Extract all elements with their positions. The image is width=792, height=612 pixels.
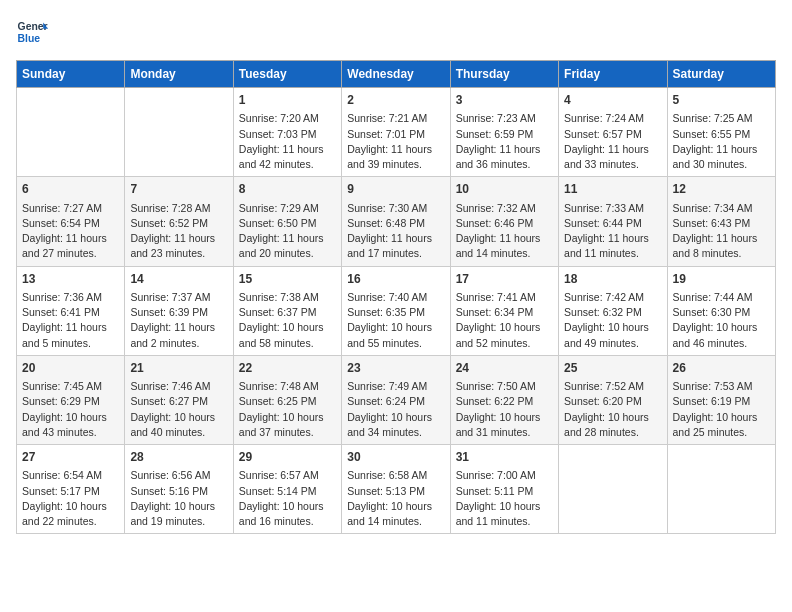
calendar-cell: 26Sunrise: 7:53 AMSunset: 6:19 PMDayligh… xyxy=(667,355,775,444)
day-info: Sunrise: 7:38 AM xyxy=(239,290,336,305)
calendar-week-row: 20Sunrise: 7:45 AMSunset: 6:29 PMDayligh… xyxy=(17,355,776,444)
calendar-cell: 31Sunrise: 7:00 AMSunset: 5:11 PMDayligh… xyxy=(450,445,558,534)
day-number: 13 xyxy=(22,271,119,288)
day-number: 3 xyxy=(456,92,553,109)
day-info: Sunset: 6:25 PM xyxy=(239,394,336,409)
day-info: Sunrise: 6:57 AM xyxy=(239,468,336,483)
column-header-wednesday: Wednesday xyxy=(342,61,450,88)
day-info: Daylight: 10 hours and 43 minutes. xyxy=(22,410,119,440)
day-info: Daylight: 11 hours and 5 minutes. xyxy=(22,320,119,350)
calendar-cell: 1Sunrise: 7:20 AMSunset: 7:03 PMDaylight… xyxy=(233,88,341,177)
day-info: Sunrise: 7:46 AM xyxy=(130,379,227,394)
day-info: Sunrise: 7:45 AM xyxy=(22,379,119,394)
day-info: Sunrise: 6:56 AM xyxy=(130,468,227,483)
day-info: Daylight: 10 hours and 40 minutes. xyxy=(130,410,227,440)
day-info: Daylight: 11 hours and 20 minutes. xyxy=(239,231,336,261)
day-info: Sunset: 5:11 PM xyxy=(456,484,553,499)
calendar-cell: 3Sunrise: 7:23 AMSunset: 6:59 PMDaylight… xyxy=(450,88,558,177)
day-info: Daylight: 10 hours and 49 minutes. xyxy=(564,320,661,350)
day-info: Sunrise: 7:20 AM xyxy=(239,111,336,126)
day-info: Sunset: 6:19 PM xyxy=(673,394,770,409)
day-number: 14 xyxy=(130,271,227,288)
day-number: 15 xyxy=(239,271,336,288)
calendar-cell: 2Sunrise: 7:21 AMSunset: 7:01 PMDaylight… xyxy=(342,88,450,177)
day-info: Daylight: 11 hours and 42 minutes. xyxy=(239,142,336,172)
day-info: Sunset: 5:17 PM xyxy=(22,484,119,499)
day-info: Daylight: 10 hours and 11 minutes. xyxy=(456,499,553,529)
calendar-cell xyxy=(125,88,233,177)
day-info: Sunset: 6:37 PM xyxy=(239,305,336,320)
calendar-cell: 19Sunrise: 7:44 AMSunset: 6:30 PMDayligh… xyxy=(667,266,775,355)
column-header-thursday: Thursday xyxy=(450,61,558,88)
calendar-cell: 9Sunrise: 7:30 AMSunset: 6:48 PMDaylight… xyxy=(342,177,450,266)
day-info: Sunset: 6:46 PM xyxy=(456,216,553,231)
calendar-cell: 17Sunrise: 7:41 AMSunset: 6:34 PMDayligh… xyxy=(450,266,558,355)
day-info: Daylight: 10 hours and 31 minutes. xyxy=(456,410,553,440)
day-info: Sunset: 6:39 PM xyxy=(130,305,227,320)
day-number: 18 xyxy=(564,271,661,288)
day-info: Daylight: 11 hours and 14 minutes. xyxy=(456,231,553,261)
day-info: Sunset: 5:13 PM xyxy=(347,484,444,499)
calendar-cell: 14Sunrise: 7:37 AMSunset: 6:39 PMDayligh… xyxy=(125,266,233,355)
day-info: Daylight: 11 hours and 39 minutes. xyxy=(347,142,444,172)
day-info: Sunrise: 7:49 AM xyxy=(347,379,444,394)
day-info: Sunrise: 7:33 AM xyxy=(564,201,661,216)
day-info: Sunset: 6:20 PM xyxy=(564,394,661,409)
day-number: 25 xyxy=(564,360,661,377)
day-number: 27 xyxy=(22,449,119,466)
day-info: Daylight: 10 hours and 55 minutes. xyxy=(347,320,444,350)
day-info: Daylight: 11 hours and 11 minutes. xyxy=(564,231,661,261)
day-info: Sunrise: 7:21 AM xyxy=(347,111,444,126)
day-info: Sunrise: 7:32 AM xyxy=(456,201,553,216)
day-number: 5 xyxy=(673,92,770,109)
calendar-table: SundayMondayTuesdayWednesdayThursdayFrid… xyxy=(16,60,776,534)
calendar-cell: 11Sunrise: 7:33 AMSunset: 6:44 PMDayligh… xyxy=(559,177,667,266)
day-info: Sunset: 6:52 PM xyxy=(130,216,227,231)
calendar-cell: 27Sunrise: 6:54 AMSunset: 5:17 PMDayligh… xyxy=(17,445,125,534)
day-info: Sunrise: 7:44 AM xyxy=(673,290,770,305)
day-number: 21 xyxy=(130,360,227,377)
day-info: Sunset: 6:44 PM xyxy=(564,216,661,231)
day-info: Sunset: 6:57 PM xyxy=(564,127,661,142)
day-number: 2 xyxy=(347,92,444,109)
column-header-saturday: Saturday xyxy=(667,61,775,88)
logo: General Blue xyxy=(16,16,48,48)
day-info: Sunrise: 7:27 AM xyxy=(22,201,119,216)
calendar-cell: 20Sunrise: 7:45 AMSunset: 6:29 PMDayligh… xyxy=(17,355,125,444)
day-info: Sunset: 6:54 PM xyxy=(22,216,119,231)
day-number: 10 xyxy=(456,181,553,198)
day-info: Sunrise: 7:36 AM xyxy=(22,290,119,305)
column-header-monday: Monday xyxy=(125,61,233,88)
day-info: Sunrise: 7:30 AM xyxy=(347,201,444,216)
day-info: Sunset: 7:03 PM xyxy=(239,127,336,142)
day-info: Daylight: 10 hours and 52 minutes. xyxy=(456,320,553,350)
day-number: 11 xyxy=(564,181,661,198)
calendar-cell: 24Sunrise: 7:50 AMSunset: 6:22 PMDayligh… xyxy=(450,355,558,444)
day-info: Daylight: 10 hours and 14 minutes. xyxy=(347,499,444,529)
calendar-cell: 6Sunrise: 7:27 AMSunset: 6:54 PMDaylight… xyxy=(17,177,125,266)
day-info: Daylight: 11 hours and 27 minutes. xyxy=(22,231,119,261)
day-info: Sunset: 7:01 PM xyxy=(347,127,444,142)
day-info: Daylight: 10 hours and 46 minutes. xyxy=(673,320,770,350)
svg-text:Blue: Blue xyxy=(18,33,41,44)
day-number: 24 xyxy=(456,360,553,377)
day-number: 12 xyxy=(673,181,770,198)
day-info: Sunrise: 7:50 AM xyxy=(456,379,553,394)
day-info: Sunset: 6:27 PM xyxy=(130,394,227,409)
day-info: Sunrise: 7:48 AM xyxy=(239,379,336,394)
day-info: Sunset: 6:41 PM xyxy=(22,305,119,320)
calendar-cell: 30Sunrise: 6:58 AMSunset: 5:13 PMDayligh… xyxy=(342,445,450,534)
day-info: Sunrise: 6:58 AM xyxy=(347,468,444,483)
day-info: Sunrise: 7:34 AM xyxy=(673,201,770,216)
calendar-week-row: 27Sunrise: 6:54 AMSunset: 5:17 PMDayligh… xyxy=(17,445,776,534)
calendar-week-row: 13Sunrise: 7:36 AMSunset: 6:41 PMDayligh… xyxy=(17,266,776,355)
day-info: Sunset: 6:29 PM xyxy=(22,394,119,409)
calendar-cell: 18Sunrise: 7:42 AMSunset: 6:32 PMDayligh… xyxy=(559,266,667,355)
day-info: Sunrise: 7:41 AM xyxy=(456,290,553,305)
day-info: Daylight: 11 hours and 36 minutes. xyxy=(456,142,553,172)
day-info: Sunset: 6:30 PM xyxy=(673,305,770,320)
calendar-cell xyxy=(559,445,667,534)
day-info: Daylight: 11 hours and 23 minutes. xyxy=(130,231,227,261)
day-info: Daylight: 11 hours and 17 minutes. xyxy=(347,231,444,261)
day-number: 19 xyxy=(673,271,770,288)
